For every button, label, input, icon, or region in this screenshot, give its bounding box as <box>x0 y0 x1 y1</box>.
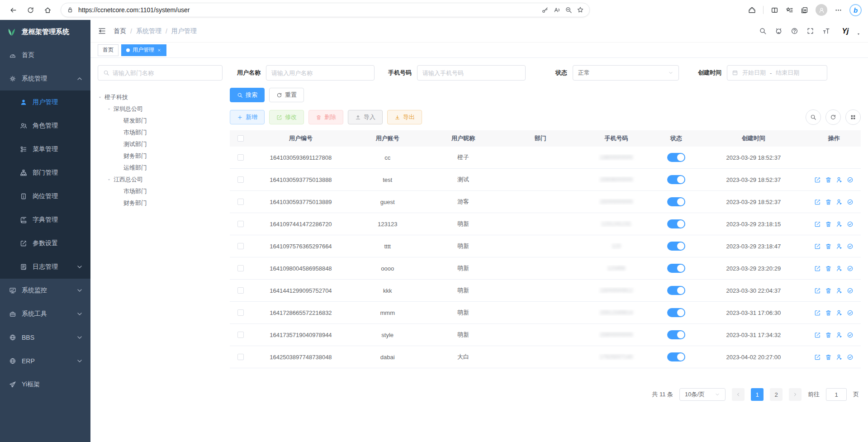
tab-close-icon[interactable] <box>157 48 161 52</box>
browser-profile-avatar[interactable] <box>816 4 827 16</box>
tree-node[interactable]: 财务部门 <box>98 197 223 209</box>
edit-row-button[interactable] <box>814 176 821 183</box>
delete-row-button[interactable] <box>825 199 832 205</box>
status-toggle[interactable] <box>667 352 685 361</box>
status-toggle[interactable] <box>667 175 685 184</box>
tree-node[interactable]: 测试部门 <box>98 138 223 150</box>
tab-首页[interactable]: 首页 <box>98 44 119 56</box>
row-checkbox[interactable] <box>237 221 244 227</box>
search-button[interactable]: 搜索 <box>230 88 265 102</box>
status-select[interactable]: 正常 <box>573 65 679 81</box>
select-all-checkbox[interactable] <box>237 135 244 142</box>
status-toggle[interactable] <box>667 330 685 339</box>
tree-expander-icon[interactable] <box>107 177 111 182</box>
avatar-dropdown-caret-icon[interactable] <box>856 32 861 36</box>
assign-role-button[interactable] <box>847 176 854 183</box>
zoom-out-button[interactable] <box>565 6 572 14</box>
sidebar-toggle-icon[interactable] <box>98 27 106 35</box>
delete-row-button[interactable] <box>825 265 832 272</box>
assign-role-button[interactable] <box>847 243 854 250</box>
assign-role-button[interactable] <box>847 199 854 205</box>
github-button[interactable] <box>775 27 783 35</box>
reset-button[interactable]: 重置 <box>269 88 304 102</box>
row-checkbox[interactable] <box>237 176 244 183</box>
tree-node[interactable]: 市场部门 <box>98 185 223 197</box>
reset-password-button[interactable] <box>836 199 843 205</box>
edit-row-button[interactable] <box>814 199 821 205</box>
row-checkbox[interactable] <box>237 154 244 161</box>
split-screen-button[interactable] <box>771 6 778 14</box>
edit-row-button[interactable] <box>814 332 821 338</box>
header-search-button[interactable] <box>759 27 767 35</box>
tree-expander-icon[interactable] <box>98 95 102 100</box>
tree-node[interactable]: 江西总公司 <box>98 174 223 185</box>
reset-password-button[interactable] <box>836 176 843 183</box>
address-bar[interactable]: https://ccnetcore.com:1101/system/user <box>61 3 590 17</box>
password-button[interactable] <box>541 6 549 14</box>
show-search-button[interactable] <box>806 109 821 125</box>
sidebar-item[interactable]: 菜单管理 <box>0 138 90 161</box>
page-button-2[interactable]: 2 <box>770 388 783 401</box>
reset-password-button[interactable] <box>836 354 843 361</box>
row-checkbox[interactable] <box>237 199 244 205</box>
read-aloud-button[interactable] <box>553 6 560 14</box>
delete-row-button[interactable] <box>825 176 832 183</box>
sidebar-item[interactable]: 岗位管理 <box>0 185 90 208</box>
browser-home-button[interactable] <box>41 3 54 17</box>
extensions-button[interactable] <box>748 6 756 14</box>
delete-row-button[interactable] <box>825 243 832 250</box>
sidebar-item[interactable]: 系统工具 <box>0 302 90 326</box>
edit-row-button[interactable] <box>814 354 821 361</box>
status-toggle[interactable] <box>667 153 685 162</box>
sidebar-item[interactable]: Yi框架 <box>0 373 90 396</box>
tree-node[interactable]: 橙子科技 <box>98 91 223 103</box>
modify-button[interactable]: 修改 <box>269 110 304 124</box>
reset-password-button[interactable] <box>836 243 843 250</box>
tree-node[interactable]: 深圳总公司 <box>98 103 223 115</box>
edit-row-button[interactable] <box>814 287 821 294</box>
add-button[interactable]: 新增 <box>230 110 265 124</box>
delete-button[interactable]: 删除 <box>308 110 343 124</box>
edit-row-button[interactable] <box>814 309 821 316</box>
reset-password-button[interactable] <box>836 287 843 294</box>
next-page-button[interactable] <box>789 388 802 401</box>
dept-search-input[interactable] <box>113 70 217 76</box>
date-range-picker[interactable]: 开始日期 - 结束日期 <box>727 65 827 81</box>
row-checkbox[interactable] <box>237 309 244 316</box>
page-button-1[interactable]: 1 <box>751 388 764 401</box>
edit-row-button[interactable] <box>814 265 821 272</box>
breadcrumb-item[interactable]: 首页 <box>114 27 126 35</box>
import-button[interactable]: 导入 <box>348 110 383 124</box>
font-size-button[interactable] <box>822 27 830 35</box>
assign-role-button[interactable] <box>847 309 854 316</box>
status-toggle[interactable] <box>667 264 685 273</box>
sidebar-item[interactable]: 系统管理 <box>0 67 90 90</box>
tree-node[interactable]: 运维部门 <box>98 162 223 174</box>
prev-page-button[interactable] <box>732 388 745 401</box>
phone-input[interactable] <box>422 70 520 76</box>
assign-role-button[interactable] <box>847 332 854 338</box>
delete-row-button[interactable] <box>825 287 832 294</box>
copilot-button[interactable]: b <box>849 4 862 16</box>
assign-role-button[interactable] <box>847 221 854 228</box>
browser-back-button[interactable] <box>6 3 20 17</box>
sidebar-item[interactable]: 部门管理 <box>0 161 90 185</box>
favorites-button[interactable] <box>786 6 793 14</box>
goto-page-input[interactable] <box>826 388 847 401</box>
edit-row-button[interactable] <box>814 243 821 250</box>
delete-row-button[interactable] <box>825 309 832 316</box>
help-button[interactable] <box>791 27 798 35</box>
row-checkbox[interactable] <box>237 287 244 294</box>
columns-button[interactable] <box>845 109 861 125</box>
browser-refresh-button[interactable] <box>24 3 37 17</box>
row-checkbox[interactable] <box>237 265 244 271</box>
row-checkbox[interactable] <box>237 332 244 338</box>
assign-role-button[interactable] <box>847 265 854 272</box>
breadcrumb-item[interactable]: 用户管理 <box>171 27 197 35</box>
assign-role-button[interactable] <box>847 354 854 361</box>
user-avatar[interactable]: Yj <box>838 24 853 38</box>
browser-menu-button[interactable] <box>835 6 842 14</box>
sidebar-item[interactable]: ERP <box>0 349 90 373</box>
tree-expander-icon[interactable] <box>107 107 111 111</box>
delete-row-button[interactable] <box>825 221 832 228</box>
